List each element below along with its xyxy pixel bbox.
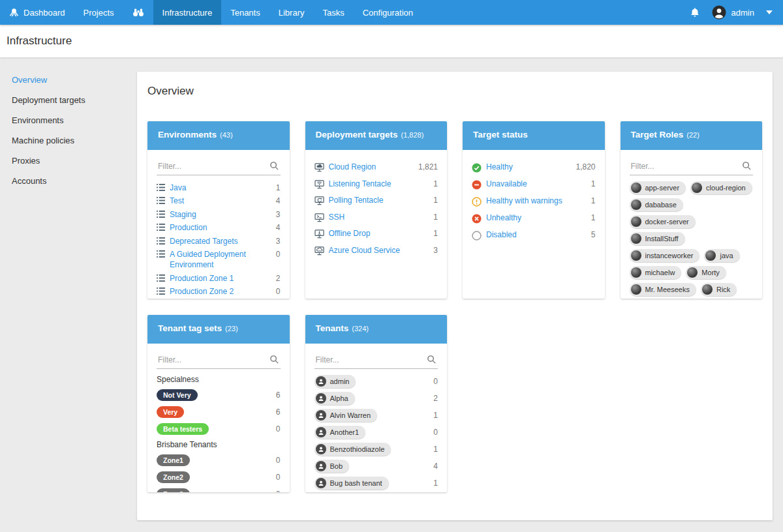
- deployment-target-link[interactable]: Azure Cloud Service: [329, 246, 400, 256]
- sidebar-item-machine-policies[interactable]: Machine policies: [12, 136, 130, 145]
- sidebar-item-proxies[interactable]: Proxies: [12, 156, 130, 165]
- user-avatar-icon: [712, 5, 726, 20]
- tenant-chip[interactable]: Bug bash tenant: [315, 477, 389, 490]
- target-roles-filter-input[interactable]: [631, 162, 743, 171]
- nav-tenants[interactable]: Tenants: [221, 0, 269, 25]
- tenants-card-title: Tenants: [316, 323, 349, 333]
- nav-dashboard[interactable]: Dashboard: [0, 0, 74, 25]
- target-status-link[interactable]: Unavailable: [486, 179, 527, 190]
- tenant-count: 0: [429, 428, 438, 437]
- role-chip[interactable]: dababase: [630, 198, 683, 211]
- tenant-chip[interactable]: Bob: [315, 460, 350, 473]
- tenant-tag-sets-filter-input[interactable]: [158, 355, 269, 364]
- deployment-target-link[interactable]: Polling Tentacle: [329, 196, 384, 206]
- environment-link[interactable]: A Guided Deployment Environment: [170, 250, 268, 270]
- azure-cloud-service-icon: [315, 246, 324, 256]
- target-status-row: Unhealthy 1: [472, 210, 596, 227]
- target-status-row: Healthy with warnings 1: [472, 193, 596, 210]
- tenant-chip[interactable]: Alvin Warren: [315, 409, 378, 422]
- notifications-bell-icon[interactable]: [690, 7, 700, 18]
- cards-grid: Environments (43) Java 1: [147, 121, 762, 492]
- tenants-scroll-area[interactable]: admin 0 Alpha 2 Alvin Warren 1 Another: [305, 344, 448, 492]
- tenant-row: Alvin Warren 1: [315, 409, 438, 422]
- role-chip[interactable]: cloud-region: [690, 181, 752, 194]
- environment-row: Staging 3: [157, 208, 281, 222]
- role-chip[interactable]: docker-server: [630, 215, 696, 228]
- environment-link[interactable]: Production Zone 1: [170, 274, 234, 284]
- target-status-scroll-area[interactable]: Healthy 1,820 Unavailable 1 Healthy with…: [463, 150, 605, 299]
- environment-link[interactable]: Staging: [170, 210, 196, 220]
- deployment-target-link[interactable]: Cloud Region: [329, 162, 376, 173]
- deployment-target-row: SSH 1: [315, 209, 438, 226]
- nav-projects[interactable]: Projects: [74, 0, 123, 25]
- tenant-tag-count: 0: [272, 490, 281, 492]
- tenant-row: Alpha 2: [315, 392, 438, 405]
- tenant-row: Bug bash tenant 1: [315, 477, 438, 490]
- environment-link[interactable]: Production Zone 2: [170, 287, 234, 297]
- role-chip[interactable]: app-server: [630, 181, 686, 194]
- nav-infrastructure[interactable]: Infrastructure: [153, 0, 222, 25]
- tenant-tag[interactable]: Not Very: [157, 389, 198, 401]
- tenant-person-icon: [316, 393, 326, 404]
- tenant-person-icon: [316, 427, 326, 437]
- environment-link[interactable]: Java: [170, 183, 186, 194]
- tenant-tag[interactable]: Zone3: [157, 488, 190, 492]
- deployment-target-link[interactable]: SSH: [329, 213, 345, 223]
- sidebar-item-accounts[interactable]: Accounts: [12, 177, 130, 185]
- target-status-link[interactable]: Healthy: [486, 162, 513, 173]
- target-status-link[interactable]: Disabled: [486, 230, 517, 241]
- tenant-chip[interactable]: Alpha: [315, 392, 355, 405]
- role-dot-icon: [705, 250, 716, 261]
- target-status-link[interactable]: Healthy with warnings: [486, 196, 562, 207]
- role-chip[interactable]: Morty: [686, 266, 726, 279]
- environment-list-icon: [157, 250, 165, 258]
- environments-scroll-area[interactable]: Java 1 Test 4 Staging 3: [147, 150, 290, 299]
- tenant-chip[interactable]: admin: [315, 375, 356, 388]
- role-chip[interactable]: java: [704, 249, 739, 262]
- warning-status-icon: [472, 197, 482, 207]
- tenant-count: 4: [429, 462, 438, 471]
- user-name: admin: [731, 8, 754, 18]
- environment-link[interactable]: Test: [170, 196, 184, 207]
- target-status-link[interactable]: Unhealthy: [486, 213, 521, 224]
- environment-row: A Guided Deployment Environment 0: [157, 248, 281, 272]
- sidebar-item-deployment-targets[interactable]: Deployment targets: [12, 96, 130, 104]
- tenant-tag[interactable]: Zone1: [157, 454, 190, 466]
- search-icon: [427, 355, 437, 364]
- environments-filter: [157, 158, 281, 175]
- deployment-targets-scroll-area[interactable]: Cloud Region 1,821 Listening Tentacle 1 …: [305, 150, 448, 299]
- target-status-row: Unavailable 1: [472, 176, 596, 193]
- nav-search[interactable]: [123, 0, 153, 25]
- tenant-chip[interactable]: Benzothiodiazole: [315, 443, 392, 456]
- environment-list-icon: [157, 197, 165, 204]
- deployment-target-row: Listening Tentacle 1: [315, 176, 438, 193]
- role-chip[interactable]: InstallStuff: [630, 232, 685, 245]
- user-menu[interactable]: admin: [712, 5, 773, 20]
- tenants-filter-input[interactable]: [316, 355, 427, 364]
- deployment-target-link[interactable]: Listening Tentacle: [329, 179, 392, 190]
- nav-library[interactable]: Library: [269, 0, 314, 25]
- tenant-chip[interactable]: Another1: [315, 426, 366, 439]
- environment-link[interactable]: Deprecated Targets: [170, 237, 238, 247]
- tenant-row: Another1 0: [315, 426, 438, 439]
- environment-count: 4: [272, 196, 281, 207]
- nav-configuration[interactable]: Configuration: [354, 0, 422, 25]
- role-chip[interactable]: Rick: [701, 283, 737, 296]
- environments-filter-input[interactable]: [158, 162, 269, 171]
- tenant-tag-sets-scroll-area[interactable]: Specialness Not Very 6 Very 6 Beta teste…: [147, 344, 290, 492]
- tenant-tag[interactable]: Zone2: [157, 471, 190, 483]
- nav-tasks[interactable]: Tasks: [313, 0, 353, 25]
- deployment-target-count: 3: [429, 246, 438, 256]
- deployment-target-link[interactable]: Offline Drop: [329, 229, 371, 239]
- tenant-tag[interactable]: Very: [157, 406, 184, 418]
- environment-link[interactable]: Production: [170, 223, 207, 233]
- tenant-tag[interactable]: Beta testers: [157, 423, 209, 435]
- binoculars-search-icon: [132, 8, 144, 17]
- target-roles-scroll-area[interactable]: app-server cloud-region dababase docker-…: [621, 150, 763, 299]
- sidebar-item-environments[interactable]: Environments: [12, 116, 130, 125]
- deployment-targets-card-count: (1,828): [401, 131, 424, 139]
- role-chip[interactable]: michaelw: [630, 266, 682, 279]
- sidebar-item-overview[interactable]: Overview: [12, 76, 130, 84]
- role-chip[interactable]: Mr. Meeseeks: [630, 283, 696, 296]
- role-chip[interactable]: instanceworker: [630, 249, 700, 262]
